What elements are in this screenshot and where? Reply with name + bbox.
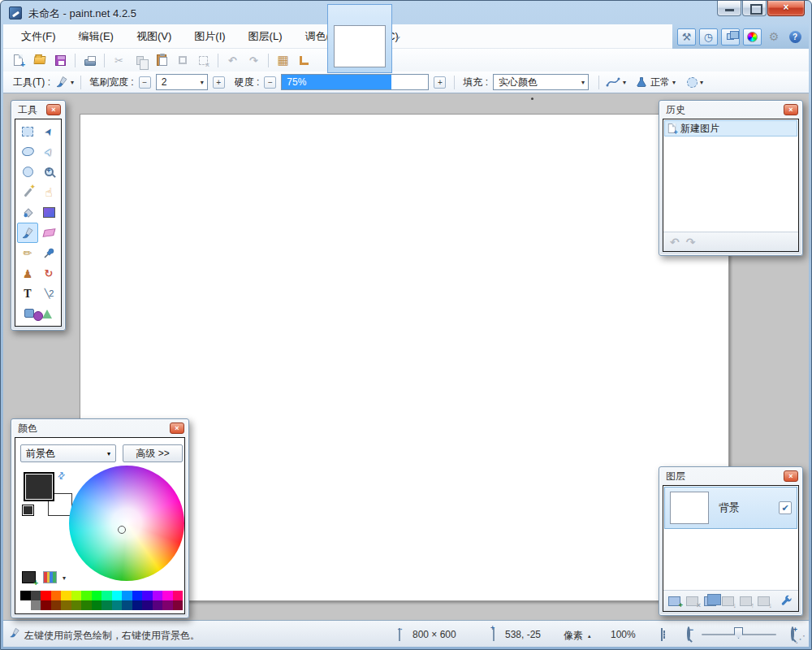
foreground-color-swatch[interactable]: [24, 472, 54, 501]
tool-rectangle-select[interactable]: [17, 121, 38, 141]
crop-button[interactable]: [175, 54, 189, 67]
palette-menu-dropdown-arrow[interactable]: ▾: [63, 574, 66, 582]
layer-row-background[interactable]: 背景 ✔: [664, 487, 797, 529]
palette-swatch[interactable]: [61, 591, 71, 600]
menu-file[interactable]: 文件(F): [10, 25, 67, 48]
hardness-increase-button[interactable]: +: [434, 76, 446, 89]
layers-panel-titlebar[interactable]: 图层 ×: [659, 467, 802, 485]
history-panel-titlebar[interactable]: 历史 ×: [659, 101, 802, 119]
layers-panel-close-button[interactable]: ×: [784, 470, 798, 482]
brush-width-combo[interactable]: 2 ▾: [156, 74, 208, 90]
copy-button[interactable]: [133, 54, 147, 67]
deselect-button[interactable]: [197, 54, 210, 67]
tool-gradient[interactable]: [38, 202, 59, 223]
history-undo-button[interactable]: ↶: [670, 236, 680, 249]
undo-button[interactable]: ↶: [226, 54, 240, 67]
blend-mode-value[interactable]: 正常: [650, 76, 670, 89]
palette-swatch[interactable]: [173, 600, 184, 610]
palette-swatch[interactable]: [162, 600, 173, 610]
settings-button[interactable]: ⚙: [765, 28, 783, 46]
color-target-combo[interactable]: 前景色 ▾: [20, 444, 116, 462]
add-color-button[interactable]: [22, 571, 36, 583]
resize-grip[interactable]: ⋰: [795, 633, 806, 645]
palette-swatch[interactable]: [20, 600, 31, 610]
toggle-history-panel-button[interactable]: ◷: [699, 28, 718, 46]
palette-swatch[interactable]: [153, 591, 163, 600]
toggle-layers-panel-button[interactable]: [721, 28, 740, 46]
tools-panel-close-button[interactable]: ×: [46, 104, 61, 115]
move-layer-up-button[interactable]: [740, 596, 752, 606]
menu-layers[interactable]: 图层(L): [237, 25, 294, 48]
cut-button[interactable]: ✂: [112, 54, 126, 67]
palette-swatch[interactable]: [142, 591, 153, 600]
help-button[interactable]: ?: [786, 28, 804, 46]
zoom-slider-thumb[interactable]: [734, 627, 743, 639]
tool-line-curve[interactable]: ╲2: [38, 284, 59, 304]
grid-toggle-button[interactable]: ▦: [276, 54, 290, 67]
zoom-in-button[interactable]: +: [791, 626, 794, 641]
zoom-out-button[interactable]: −: [687, 626, 690, 641]
image-tab-active[interactable]: [327, 4, 392, 73]
palette-swatch[interactable]: [92, 600, 102, 610]
palette-swatch[interactable]: [102, 591, 112, 600]
hardness-slider[interactable]: 75%: [281, 74, 429, 90]
palette-swatch[interactable]: [112, 591, 123, 600]
merge-layer-down-button[interactable]: [722, 596, 734, 606]
palette-swatch[interactable]: [92, 591, 102, 600]
minimize-button[interactable]: [717, 1, 741, 16]
tool-eraser[interactable]: [38, 223, 59, 243]
palette-swatch[interactable]: [122, 591, 132, 600]
history-redo-button[interactable]: ↷: [686, 236, 696, 249]
tool-move-selection[interactable]: ➤: [38, 141, 59, 162]
tool-paint-bucket[interactable]: [17, 202, 38, 223]
advanced-colors-button[interactable]: 高级 >>: [123, 444, 183, 462]
palette-swatch[interactable]: [51, 591, 62, 600]
add-layer-button[interactable]: [668, 596, 680, 606]
palette-swatch[interactable]: [153, 600, 163, 610]
selection-mode-dropdown-arrow[interactable]: ▾: [700, 79, 703, 86]
tool-ellipse-select[interactable]: [17, 162, 38, 182]
maximize-button[interactable]: [742, 1, 767, 16]
tool-recolor[interactable]: ↻: [38, 263, 59, 284]
layer-properties-wrench-icon[interactable]: [780, 595, 793, 607]
selection-mode-icon[interactable]: [687, 77, 698, 88]
open-button[interactable]: [32, 54, 46, 67]
palette-swatch[interactable]: [81, 600, 92, 610]
tool-magic-wand[interactable]: ✦: [17, 182, 38, 202]
color-wheel-cursor[interactable]: [118, 526, 126, 534]
palette-swatch[interactable]: [162, 591, 173, 600]
antialiasing-curve-icon[interactable]: [606, 76, 620, 88]
history-panel-close-button[interactable]: ×: [784, 104, 798, 115]
palette-swatch[interactable]: [20, 591, 31, 600]
palette-swatch[interactable]: [41, 600, 51, 610]
palette-swatch[interactable]: [102, 600, 112, 610]
duplicate-layer-button[interactable]: [704, 596, 716, 606]
brush-width-decrease-button[interactable]: −: [139, 76, 151, 89]
toggle-colors-panel-button[interactable]: [743, 28, 762, 46]
move-layer-down-button[interactable]: [758, 596, 770, 606]
swap-colors-icon[interactable]: ⇄: [55, 470, 68, 483]
close-button[interactable]: ×: [767, 1, 805, 16]
palette-swatch[interactable]: [31, 600, 41, 610]
history-item-selected[interactable]: 新建图片: [664, 120, 797, 136]
tool-text[interactable]: T: [17, 284, 38, 304]
tool-paintbrush[interactable]: [17, 223, 38, 243]
colors-panel-titlebar[interactable]: 颜色 ×: [11, 419, 188, 437]
save-button[interactable]: [54, 54, 67, 67]
zoom-to-window-button[interactable]: [661, 628, 663, 641]
new-image-button[interactable]: [11, 54, 25, 67]
toggle-tools-panel-button[interactable]: ⚒: [677, 28, 696, 46]
units-dropdown[interactable]: 像素 ▴: [564, 629, 591, 643]
redo-button[interactable]: ↷: [247, 54, 261, 67]
layer-visibility-checkbox[interactable]: ✔: [779, 501, 792, 514]
tools-panel-titlebar[interactable]: 工具 ×: [11, 101, 65, 119]
menu-view[interactable]: 视图(V): [125, 25, 183, 48]
paste-button[interactable]: [154, 54, 168, 67]
palette-menu-button[interactable]: [43, 571, 57, 583]
tool-clone-stamp[interactable]: ♟: [17, 263, 38, 284]
blend-mode-dropdown-arrow[interactable]: ▾: [672, 79, 676, 86]
palette-swatch[interactable]: [51, 600, 62, 610]
palette-swatch[interactable]: [142, 600, 153, 610]
tool-shapes[interactable]: [17, 304, 59, 324]
palette-swatch[interactable]: [132, 591, 143, 600]
